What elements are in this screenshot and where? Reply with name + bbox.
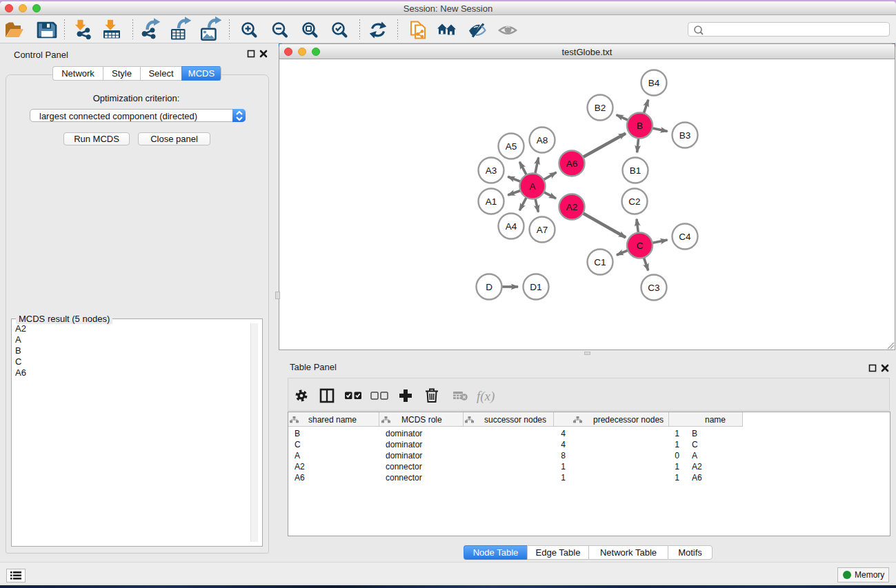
svg-text:B: B xyxy=(637,121,643,131)
svg-text:C4: C4 xyxy=(679,232,691,242)
svg-text:A: A xyxy=(529,181,535,192)
svg-text:B: B xyxy=(295,429,300,438)
svg-text:dominator: dominator xyxy=(386,429,422,438)
svg-text:connector: connector xyxy=(386,473,422,483)
svg-text:C: C xyxy=(637,241,644,251)
svg-text:4: 4 xyxy=(561,429,566,438)
svg-text:C1: C1 xyxy=(594,257,606,267)
svg-text:1: 1 xyxy=(675,440,679,449)
svg-text:successor nodes: successor nodes xyxy=(484,415,546,425)
svg-text:1: 1 xyxy=(675,462,679,472)
svg-text:A6: A6 xyxy=(566,159,578,169)
svg-text:B1: B1 xyxy=(630,165,641,176)
svg-text:MCDS role: MCDS role xyxy=(401,415,442,425)
svg-text:A4: A4 xyxy=(506,221,517,232)
svg-text:1: 1 xyxy=(675,429,679,438)
svg-text:D1: D1 xyxy=(530,282,541,292)
svg-text:A3: A3 xyxy=(486,165,497,176)
svg-text:A: A xyxy=(692,451,697,460)
svg-text:A2: A2 xyxy=(692,462,702,472)
svg-text:C: C xyxy=(295,440,301,449)
svg-text:4: 4 xyxy=(561,440,566,449)
svg-text:1: 1 xyxy=(675,473,679,483)
svg-text:B4: B4 xyxy=(648,78,660,88)
svg-text:dominator: dominator xyxy=(386,440,422,449)
svg-text:1: 1 xyxy=(561,473,566,483)
svg-text:0: 0 xyxy=(675,451,679,460)
svg-text:8: 8 xyxy=(561,451,566,460)
svg-text:C2: C2 xyxy=(628,196,640,207)
svg-text:1: 1 xyxy=(561,462,566,472)
svg-text:Memory: Memory xyxy=(855,570,884,580)
svg-text:predecessor nodes: predecessor nodes xyxy=(593,415,664,425)
svg-text:dominator: dominator xyxy=(386,451,422,460)
svg-text:D: D xyxy=(486,282,492,292)
svg-text:f(x): f(x) xyxy=(477,389,495,404)
svg-text:A: A xyxy=(295,451,300,460)
svg-text:A6: A6 xyxy=(295,473,305,483)
svg-text:A8: A8 xyxy=(537,135,548,145)
svg-text:A1: A1 xyxy=(486,196,497,207)
svg-text:shared name: shared name xyxy=(308,415,357,425)
svg-text:A5: A5 xyxy=(506,141,517,152)
svg-text:C: C xyxy=(692,440,698,449)
svg-text:name: name xyxy=(705,415,726,425)
svg-text:A6: A6 xyxy=(692,473,702,483)
svg-text:B2: B2 xyxy=(595,103,606,113)
svg-text:A2: A2 xyxy=(295,462,305,472)
svg-text:B3: B3 xyxy=(679,130,691,141)
svg-text:connector: connector xyxy=(386,462,422,472)
svg-text:C3: C3 xyxy=(648,283,659,293)
svg-text:A2: A2 xyxy=(566,202,578,212)
svg-text:A7: A7 xyxy=(537,225,548,235)
svg-text:B: B xyxy=(692,429,697,438)
